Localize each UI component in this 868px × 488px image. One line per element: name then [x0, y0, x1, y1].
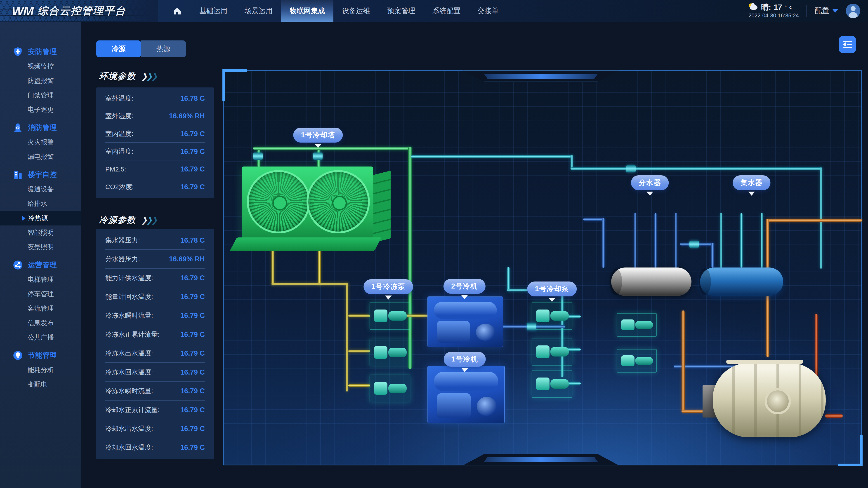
sidebar-item-给排水[interactable]: 给排水: [0, 197, 81, 211]
sidebar-item-暖通设备[interactable]: 暖通设备: [0, 182, 81, 197]
nav-home[interactable]: [164, 0, 191, 22]
sidebar-item-停车管理[interactable]: 停车管理: [0, 287, 81, 301]
param-row: 冷冻水瞬时流量: 16.79 C: [96, 382, 214, 400]
sidebar-item-防盗报警[interactable]: 防盗报警: [0, 74, 81, 88]
sidebar-item-冷热源[interactable]: 冷热源: [0, 211, 81, 225]
sidebar-item-能耗分析[interactable]: 能耗分析: [0, 363, 81, 377]
sidebar-item-视频监控[interactable]: 视频监控: [0, 59, 81, 74]
param-value: 16.79 C: [180, 148, 205, 156]
param-label: 能量计回水温度:: [105, 292, 153, 301]
sidebar-item-电梯管理[interactable]: 电梯管理: [0, 272, 81, 287]
section-header-environment: 环境参数 ❯❯❯: [99, 70, 156, 82]
sidebar-item-夜景照明[interactable]: 夜景照明: [0, 240, 81, 254]
param-label: 冷冻水回水温度:: [105, 368, 153, 377]
label-pointer-icon: [647, 192, 653, 196]
sidebar-item-门禁管理[interactable]: 门禁管理: [0, 88, 81, 103]
label-pointer-icon: [461, 368, 468, 372]
frame-corner-accent: [222, 69, 225, 101]
chiller-2[interactable]: [428, 296, 503, 347]
sidebar-item-智能照明[interactable]: 智能照明: [0, 225, 81, 240]
sidebar-item-label: 视频监控: [28, 62, 54, 71]
param-label: 分水器压力:: [105, 255, 140, 264]
collapse-panel-button[interactable]: [839, 36, 856, 53]
section-arrow-icon: ❯❯❯: [141, 216, 156, 225]
avatar[interactable]: [846, 4, 860, 18]
sidebar-group-label: 楼宇自控: [28, 170, 57, 180]
sidebar-item-label: 漏电报警: [28, 152, 54, 161]
sidebar-item-电子巡更[interactable]: 电子巡更: [0, 103, 81, 117]
param-value: 16.79 C: [180, 368, 205, 377]
param-row: 冷却水出水温度: 16.79 C: [96, 419, 214, 438]
water-collector-tank[interactable]: [700, 267, 783, 296]
config-menu[interactable]: 配置: [815, 6, 838, 16]
cooling-tower[interactable]: [242, 166, 373, 241]
sidebar-item-变配电[interactable]: 变配电: [0, 377, 81, 392]
sidebar-item-label: 客流管理: [28, 304, 54, 313]
equipment-label-1号冷却泵[interactable]: 1号冷却泵: [527, 282, 577, 296]
sidebar-item-信息发布[interactable]: 信息发布: [0, 316, 81, 330]
param-value: 16.78 C: [180, 236, 205, 245]
label-pointer-icon: [549, 298, 555, 302]
param-row: 冷冻水瞬时流量: 16.79 C: [96, 306, 214, 325]
param-row: 室外湿度: 16.69% RH: [96, 107, 214, 125]
param-label: 冷却水出水温度:: [105, 424, 153, 433]
cooling-tower-side: [373, 170, 391, 242]
weather-degree: °: [785, 5, 786, 10]
tab-冷源[interactable]: 冷源: [96, 40, 141, 57]
sidebar-group-节能管理[interactable]: 节能管理: [0, 348, 81, 363]
nav-item-系统配置[interactable]: 系统配置: [424, 0, 469, 22]
sidebar-item-label: 变配电: [28, 380, 47, 389]
sidebar-item-label: 暖通设备: [28, 185, 54, 194]
parameter-column: 冷源热源 环境参数 ❯❯❯ 室外温度: 16.78 C 室外湿度: 16.69%…: [96, 22, 214, 488]
sidebar-item-label: 信息发布: [28, 319, 54, 328]
equipment-label-1号冷冻泵[interactable]: 1号冷冻泵: [364, 279, 413, 294]
param-label: 室内温度:: [105, 129, 133, 138]
nav-item-预案管理[interactable]: 预案管理: [379, 0, 424, 22]
param-value: 16.79 C: [180, 165, 205, 173]
equipment-label-集水器[interactable]: 集水器: [733, 175, 771, 190]
sidebar-group-label: 节能管理: [28, 351, 57, 360]
sidebar-item-火灾报警[interactable]: 火灾报警: [0, 135, 81, 150]
network-icon: [13, 260, 23, 270]
sidebar-group-消防管理[interactable]: 消防管理: [0, 120, 81, 135]
fan-icon: [247, 170, 310, 233]
nav-item-基础运用[interactable]: 基础运用: [191, 0, 236, 22]
nav-item-物联网集成[interactable]: 物联网集成: [281, 0, 333, 22]
param-label: 冷却水回水温度:: [105, 443, 153, 452]
param-value: 16.69% RH: [169, 112, 205, 120]
coldsource-panel: 集水器压力: 16.78 C 分水器压力: 16.69% RH 能力计供水温度:…: [96, 229, 214, 459]
equipment-label-1号冷机[interactable]: 1号冷机: [444, 352, 486, 367]
tab-热源[interactable]: 热源: [141, 40, 186, 57]
sidebar-group-运营管理[interactable]: 运营管理: [0, 258, 81, 272]
sidebar-group-楼宇自控[interactable]: 楼宇自控: [0, 167, 81, 182]
equipment-label-2号冷机[interactable]: 2号冷机: [443, 279, 486, 294]
param-value: 16.79 C: [180, 349, 205, 357]
section-header-coldsource: 冷源参数 ❯❯❯: [99, 214, 156, 226]
valve-icon: [689, 240, 699, 248]
storage-tank[interactable]: [713, 363, 826, 437]
param-row: 冷却水正累计流量: 16.79 C: [96, 400, 214, 419]
weather-unit: c: [789, 5, 792, 10]
hvac-diagram-canvas[interactable]: 1号冷却塔分水器集水器1号冷冻泵2号冷机1号冷却泵1号冷机: [223, 70, 862, 465]
nav-item-场景运用[interactable]: 场景运用: [236, 0, 281, 22]
nav-item-交接单[interactable]: 交接单: [469, 0, 507, 22]
sidebar-item-漏电报警[interactable]: 漏电报警: [0, 150, 81, 164]
sidebar-item-公共广播[interactable]: 公共广播: [0, 330, 81, 345]
nav-item-设备运维[interactable]: 设备运维: [333, 0, 379, 22]
equipment-label-1号冷却塔[interactable]: 1号冷却塔: [293, 128, 343, 142]
param-value: 16.79 C: [180, 312, 205, 320]
sidebar-item-客流管理[interactable]: 客流管理: [0, 301, 81, 316]
chiller-1[interactable]: [428, 366, 505, 423]
param-row: 能量计回水温度: 16.79 C: [96, 287, 214, 306]
building-icon: [13, 169, 23, 180]
water-divider-tank[interactable]: [611, 267, 691, 296]
config-label: 配置: [815, 6, 829, 16]
label-pointer-icon: [461, 295, 468, 299]
param-label: 室外湿度:: [105, 111, 133, 121]
param-row: 分水器压力: 16.69% RH: [96, 250, 214, 268]
sidebar-group-安防管理[interactable]: 安防管理: [0, 44, 81, 59]
equipment-label-分水器[interactable]: 分水器: [631, 175, 669, 190]
cooling-tower-base: [230, 237, 381, 251]
param-label: CO2浓度:: [105, 183, 134, 192]
param-label: PM2.5:: [105, 166, 126, 173]
